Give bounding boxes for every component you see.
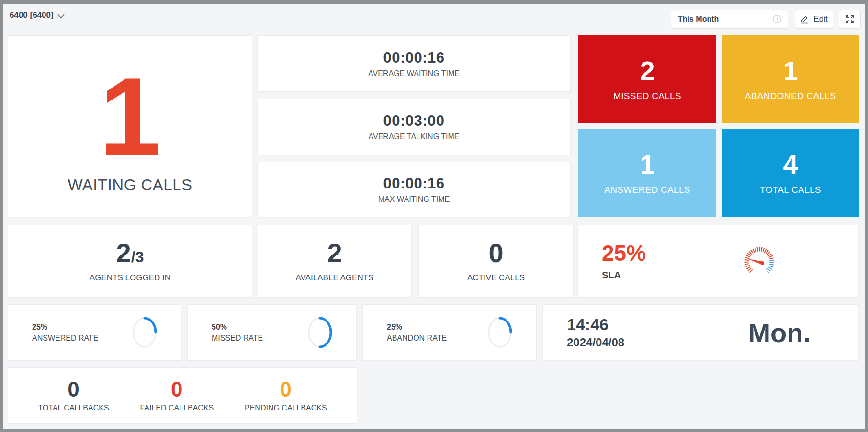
clock-date: 2024/04/08 bbox=[567, 336, 624, 349]
max-waiting-time-value: 00:00:16 bbox=[383, 175, 444, 192]
date-range-picker[interactable]: This Month bbox=[671, 10, 788, 29]
queue-selector-label: 6400 [6400] bbox=[10, 11, 54, 20]
clock-icon bbox=[772, 14, 782, 24]
total-callbacks-value: 0 bbox=[68, 379, 79, 400]
available-agents-value: 2 bbox=[327, 240, 342, 266]
fullscreen-button[interactable] bbox=[839, 10, 861, 29]
average-waiting-time-label: AVERAGE WAITING TIME bbox=[368, 69, 460, 78]
available-agents-card: 2 AVAILABLE AGENTS bbox=[258, 225, 412, 298]
clock-time: 14:46 bbox=[567, 316, 624, 333]
pending-callbacks-value: 0 bbox=[280, 379, 292, 400]
abandon-rate-ring bbox=[486, 315, 513, 350]
missed-calls-tile: 2 MISSED CALLS bbox=[578, 35, 716, 123]
total-calls-tile: 4 TOTAL CALLS bbox=[722, 129, 859, 217]
callbacks-card: 0 TOTAL CALLBACKS 0 FAILED CALLBACKS 0 P… bbox=[8, 367, 357, 424]
active-calls-card: 0 ACTIVE CALLS bbox=[418, 225, 574, 298]
abandon-rate-card: 25% ABANDON RATE bbox=[362, 304, 537, 361]
missed-rate-label: MISSED RATE bbox=[212, 334, 263, 343]
agents-logged-in-label: AGENTS LOGGED IN bbox=[90, 273, 170, 283]
total-callbacks-label: TOTAL CALLBACKS bbox=[38, 404, 109, 412]
missed-rate-card: 50% MISSED RATE bbox=[187, 304, 357, 361]
date-range-value[interactable]: This Month bbox=[678, 15, 772, 23]
max-waiting-time-card: 00:00:16 MAX WAITING TIME bbox=[257, 162, 571, 217]
dashboard-page: 6400 [6400] This Month Edit 1 WAITING CA… bbox=[3, 4, 865, 429]
missed-rate-ring bbox=[306, 315, 333, 350]
abandon-rate-value: 25% bbox=[387, 323, 447, 332]
active-calls-label: ACTIVE CALLS bbox=[467, 273, 525, 283]
missed-calls-value: 2 bbox=[640, 57, 654, 84]
total-calls-value: 4 bbox=[783, 151, 798, 178]
average-waiting-time-value: 00:00:16 bbox=[383, 49, 444, 66]
missed-calls-label: MISSED CALLS bbox=[613, 91, 681, 101]
total-calls-label: TOTAL CALLS bbox=[760, 185, 821, 195]
available-agents-label: AVAILABLE AGENTS bbox=[296, 273, 374, 283]
sla-card: 25% SLA bbox=[577, 225, 859, 298]
missed-rate-value: 50% bbox=[212, 323, 263, 332]
answered-rate-card: 25% ANSWERED RATE bbox=[8, 304, 181, 361]
answered-calls-value: 1 bbox=[640, 151, 654, 178]
sla-value: 25% bbox=[602, 242, 646, 264]
agents-logged-in-value: 2 bbox=[116, 238, 131, 268]
answered-rate-value: 25% bbox=[32, 323, 98, 332]
waiting-calls-card: 1 WAITING CALLS bbox=[8, 35, 252, 217]
clock-card: 14:46 2024/04/08 Mon. bbox=[542, 304, 859, 361]
active-calls-value: 0 bbox=[488, 240, 503, 266]
waiting-calls-value: 1 bbox=[100, 70, 161, 164]
edit-pencil-icon bbox=[800, 15, 809, 24]
waiting-calls-label: WAITING CALLS bbox=[68, 176, 192, 194]
fullscreen-expand-icon bbox=[845, 14, 855, 24]
queue-selector-dropdown[interactable]: 6400 [6400] bbox=[10, 11, 65, 20]
agents-logged-in-card: 2/3 AGENTS LOGGED IN bbox=[8, 225, 252, 298]
max-waiting-time-label: MAX WAITING TIME bbox=[378, 195, 450, 204]
answered-calls-tile: 1 ANSWERED CALLS bbox=[578, 129, 716, 217]
failed-callbacks-label: FAILED CALLBACKS bbox=[140, 404, 214, 412]
gauge-icon bbox=[744, 245, 777, 277]
abandoned-calls-value: 1 bbox=[783, 57, 798, 84]
answered-rate-label: ANSWERED RATE bbox=[32, 334, 98, 343]
average-talking-time-card: 00:03:00 AVERAGE TALKING TIME bbox=[257, 99, 571, 155]
agents-logged-in-capacity: /3 bbox=[131, 248, 144, 266]
edit-button[interactable]: Edit bbox=[795, 10, 833, 29]
failed-callbacks-stat: 0 FAILED CALLBACKS bbox=[140, 379, 214, 412]
edit-button-label: Edit bbox=[813, 14, 827, 24]
answered-calls-label: ANSWERED CALLS bbox=[604, 185, 690, 195]
abandoned-calls-tile: 1 ABANDONED CALLS bbox=[722, 35, 859, 123]
average-talking-time-value: 00:03:00 bbox=[383, 112, 444, 130]
answered-rate-ring bbox=[131, 315, 158, 350]
abandon-rate-label: ABANDON RATE bbox=[387, 334, 447, 343]
average-talking-time-label: AVERAGE TALKING TIME bbox=[369, 133, 460, 141]
chevron-down-icon bbox=[57, 14, 65, 18]
sla-label: SLA bbox=[602, 270, 646, 281]
total-callbacks-stat: 0 TOTAL CALLBACKS bbox=[38, 379, 109, 412]
average-waiting-time-card: 00:00:16 AVERAGE WAITING TIME bbox=[257, 35, 571, 92]
abandoned-calls-label: ABANDONED CALLS bbox=[745, 91, 836, 101]
clock-day: Mon. bbox=[748, 317, 811, 348]
failed-callbacks-value: 0 bbox=[171, 379, 182, 400]
pending-callbacks-label: PENDING CALLBACKS bbox=[245, 404, 327, 412]
pending-callbacks-stat: 0 PENDING CALLBACKS bbox=[245, 379, 327, 412]
